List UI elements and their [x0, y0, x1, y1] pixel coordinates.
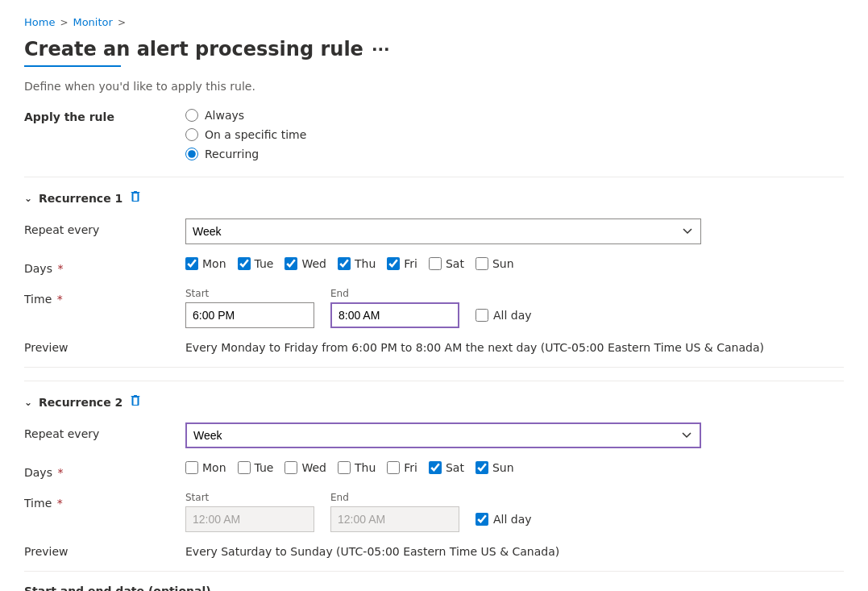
recurrence1-day-fri[interactable]: Fri	[387, 257, 417, 270]
recurrence1-end-input[interactable]	[330, 302, 459, 328]
recurrence2-collapse-icon[interactable]: ⌄	[24, 397, 32, 408]
recurrence1-time-content: Start End All day	[185, 288, 844, 328]
recurrence1-day-thu[interactable]: Thu	[338, 257, 376, 270]
recurrence1-days-label: Days *	[24, 257, 185, 275]
breadcrumb-home[interactable]: Home	[24, 16, 55, 28]
recurrence1-day-sun-label: Sun	[492, 257, 514, 270]
recurrence2-repeat-label: Repeat every	[24, 422, 185, 440]
recurrence2-day-tue-input[interactable]	[238, 461, 251, 474]
recurrence2-allday[interactable]: All day	[476, 513, 532, 526]
recurrence2-start-field: Start	[185, 492, 314, 532]
recurrence1-day-mon[interactable]: Mon	[185, 257, 226, 270]
recurrence2-preview-row: Preview Every Saturday to Sunday (UTC-05…	[24, 545, 844, 558]
apply-rule-radio-group: Always On a specific time Recurring	[185, 109, 844, 160]
radio-always[interactable]: Always	[185, 109, 844, 122]
radio-specific-input[interactable]	[185, 128, 198, 141]
recurrence2-day-wed-input[interactable]	[284, 461, 297, 474]
recurrence1-repeat-label: Repeat every	[24, 219, 185, 236]
recurrence2-day-wed-label: Wed	[301, 461, 326, 474]
recurrence2-end-label: End	[330, 492, 459, 503]
recurrence1-day-sun[interactable]: Sun	[476, 257, 514, 270]
recurrence2-day-tue-label: Tue	[255, 461, 274, 474]
page-title: Create an alert processing rule	[24, 38, 363, 60]
apply-rule-options: Always On a specific time Recurring	[185, 109, 844, 160]
recurrence2-days-content: Mon Tue Wed Thu Fri	[185, 461, 844, 474]
recurrence1-day-fri-input[interactable]	[387, 257, 400, 270]
start-end-section: Start and end date (optional)	[24, 585, 844, 591]
recurrence2-allday-label: All day	[493, 513, 532, 526]
recurrence1-end-field: End	[330, 288, 459, 328]
recurrence2-day-sat[interactable]: Sat	[429, 461, 464, 474]
days-required-star: *	[54, 262, 63, 275]
time2-required-star: *	[53, 497, 62, 510]
recurrence2-time-label: Time *	[24, 492, 185, 510]
radio-always-label: Always	[205, 109, 244, 122]
recurrence1-title: Recurrence 1	[39, 192, 123, 205]
recurrence1-days-group: Mon Tue Wed Thu Fri	[185, 257, 844, 270]
recurrence2-day-thu[interactable]: Thu	[338, 461, 376, 474]
radio-recurring-label: Recurring	[205, 148, 259, 160]
recurrence2-day-mon-input[interactable]	[185, 461, 198, 474]
recurrence2-repeat-content: Day Week Month	[185, 422, 844, 448]
radio-recurring[interactable]: Recurring	[185, 148, 844, 160]
recurrence2-day-sun-label: Sun	[492, 461, 514, 474]
recurrence2-day-fri-input[interactable]	[387, 461, 400, 474]
recurrence1-day-tue-label: Tue	[255, 257, 274, 270]
page-title-row: Create an alert processing rule ···	[24, 38, 844, 60]
radio-recurring-input[interactable]	[185, 148, 198, 160]
more-options-icon[interactable]: ···	[372, 40, 390, 59]
recurrence1-allday-input[interactable]	[476, 309, 488, 322]
recurrence2-day-thu-input[interactable]	[338, 461, 351, 474]
divider2	[24, 571, 844, 572]
recurrence2-day-sun-input[interactable]	[476, 461, 488, 474]
recurrence1-day-wed-input[interactable]	[284, 257, 297, 270]
recurrence2-allday-input[interactable]	[476, 513, 488, 526]
recurrence1-repeat-select[interactable]: Day Week Month	[185, 219, 701, 244]
time-required-star: *	[53, 293, 62, 306]
recurrence2-title: Recurrence 2	[39, 396, 123, 409]
title-underline	[24, 65, 121, 67]
recurrence1-start-input[interactable]	[185, 302, 314, 328]
recurrence2-end-input	[330, 506, 459, 532]
recurrence2-day-sat-input[interactable]	[429, 461, 442, 474]
breadcrumb-monitor[interactable]: Monitor	[73, 16, 112, 28]
recurrence2-time-row: Time * Start End All day	[24, 492, 844, 532]
recurrence1-day-wed-label: Wed	[301, 257, 326, 270]
recurrence1-collapse-icon[interactable]: ⌄	[24, 193, 32, 204]
recurrence1-day-sun-input[interactable]	[476, 257, 488, 270]
recurrence2-day-fri[interactable]: Fri	[387, 461, 417, 474]
recurrence1-allday[interactable]: All day	[476, 309, 532, 322]
recurrence1-preview-row: Preview Every Monday to Friday from 6:00…	[24, 341, 844, 354]
recurrence2-day-sun[interactable]: Sun	[476, 461, 514, 474]
recurrence2-repeat-select[interactable]: Day Week Month	[185, 422, 701, 448]
recurrence2-day-tue[interactable]: Tue	[238, 461, 274, 474]
recurrence1-day-thu-input[interactable]	[338, 257, 351, 270]
days2-required-star: *	[54, 466, 63, 479]
recurrence2-day-mon[interactable]: Mon	[185, 461, 226, 474]
recurrence1-time-row: Time * Start End All day	[24, 288, 844, 328]
recurrence1-day-tue-input[interactable]	[238, 257, 251, 270]
recurrence2-days-row: Days * Mon Tue Wed Thu	[24, 461, 844, 479]
recurrence2-day-sat-label: Sat	[446, 461, 464, 474]
radio-specific[interactable]: On a specific time	[185, 128, 844, 141]
recurrence2-time-fields: Start End All day	[185, 492, 844, 532]
radio-specific-label: On a specific time	[205, 128, 306, 141]
recurrence1-day-tue[interactable]: Tue	[238, 257, 274, 270]
recurrence1-day-sat[interactable]: Sat	[429, 257, 464, 270]
recurrence1-day-wed[interactable]: Wed	[284, 257, 326, 270]
breadcrumb-sep2: >	[118, 17, 126, 28]
breadcrumb-sep1: >	[60, 17, 68, 28]
apply-rule-label: Apply the rule	[24, 109, 185, 160]
recurrence1-day-mon-input[interactable]	[185, 257, 198, 270]
recurrence2-day-fri-label: Fri	[404, 461, 417, 474]
recurrence1-day-sat-input[interactable]	[429, 257, 442, 270]
recurrence1-delete-icon[interactable]	[129, 190, 142, 206]
recurrence2-delete-icon[interactable]	[129, 394, 142, 410]
radio-always-input[interactable]	[185, 109, 198, 122]
recurrence2-day-wed[interactable]: Wed	[284, 461, 326, 474]
recurrence1-allday-label: All day	[493, 309, 532, 322]
recurrence2-section: ⌄ Recurrence 2 Repeat every Day Week Mon…	[24, 381, 844, 558]
recurrence1-time-fields: Start End All day	[185, 288, 844, 328]
recurrence1-section: ⌄ Recurrence 1 Repeat every Day Week Mon…	[24, 177, 844, 354]
recurrence2-days-group: Mon Tue Wed Thu Fri	[185, 461, 844, 474]
